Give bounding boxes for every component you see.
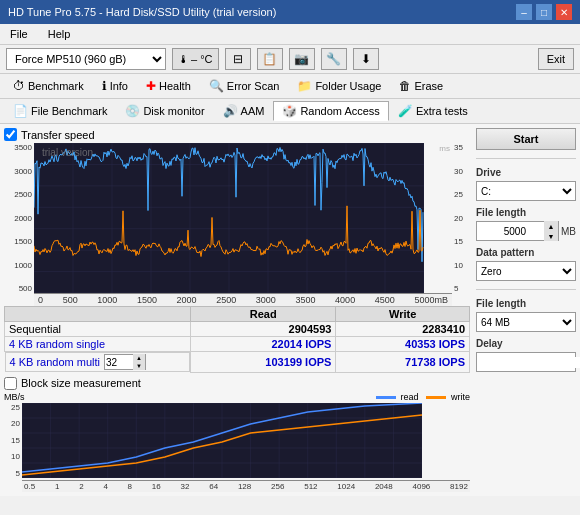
tab-benchmark[interactable]: ⏱ Benchmark bbox=[4, 76, 93, 96]
tab-error-scan[interactable]: 🔍 Error Scan bbox=[200, 76, 289, 96]
delay-section: Delay ▲ ▼ bbox=[476, 338, 576, 372]
chart-area: trial version ms bbox=[34, 143, 452, 293]
data-pattern-section: Data pattern Zero Random All ones bbox=[476, 247, 576, 281]
drive-label: Drive bbox=[476, 167, 576, 178]
mbs-label: MB/s bbox=[4, 392, 25, 402]
main-chart-canvas bbox=[34, 143, 424, 293]
block-chart-legend: MB/s read write bbox=[4, 392, 470, 402]
tab-folder-usage-label: Folder Usage bbox=[315, 80, 381, 92]
tab-erase[interactable]: 🗑 Erase bbox=[390, 76, 452, 96]
col-label bbox=[5, 307, 191, 322]
block-file-length-label: File length bbox=[476, 298, 576, 309]
seq-label: Sequential bbox=[5, 322, 191, 337]
transfer-speed-checkbox[interactable] bbox=[4, 128, 17, 141]
x-axis: 0 500 1000 1500 2000 2500 3000 3500 4000… bbox=[34, 293, 452, 306]
toolbar-btn-5[interactable]: ⬇ bbox=[353, 48, 379, 70]
minimize-button[interactable]: – bbox=[516, 4, 532, 20]
tab-info[interactable]: ℹ Info bbox=[93, 76, 137, 96]
file-length-up[interactable]: ▲ bbox=[544, 221, 558, 231]
y-axis-right: 35 30 25 20 15 10 5 bbox=[452, 143, 470, 293]
tab-extra-tests-label: Extra tests bbox=[416, 105, 468, 117]
multi-spinbox-input[interactable] bbox=[105, 357, 133, 368]
4kb-single-write: 40353 IOPS bbox=[336, 337, 470, 352]
tab-erase-label: Erase bbox=[414, 80, 443, 92]
tab-health-label: Health bbox=[159, 80, 191, 92]
maximize-button[interactable]: □ bbox=[536, 4, 552, 20]
stats-table: Read Write Sequential 2904593 2283410 4 … bbox=[4, 306, 470, 373]
disk-monitor-icon: 💿 bbox=[125, 104, 140, 118]
toolbar-btn-4[interactable]: 🔧 bbox=[321, 48, 347, 70]
block-y-axis: 25 20 15 10 5 bbox=[4, 403, 22, 478]
drive-select[interactable]: Force MP510 (960 gB) bbox=[6, 48, 166, 70]
table-row-sequential: Sequential 2904593 2283410 bbox=[5, 322, 470, 337]
col-write-header: Write bbox=[336, 307, 470, 322]
title-bar-controls: – □ ✕ bbox=[516, 4, 572, 20]
tab-random-access[interactable]: 🎲 Random Access bbox=[273, 101, 388, 121]
transfer-speed-checkbox-label[interactable]: Transfer speed bbox=[4, 128, 470, 141]
delay-input[interactable] bbox=[477, 357, 580, 368]
block-section: Block size measurement MB/s read write 2… bbox=[4, 377, 470, 492]
block-size-label: Block size measurement bbox=[21, 377, 141, 389]
right-panel: Start Drive C: File length ▲ ▼ MB bbox=[476, 128, 576, 492]
close-button[interactable]: ✕ bbox=[556, 4, 572, 20]
tab-extra-tests[interactable]: 🧪 Extra tests bbox=[389, 101, 477, 121]
divider-2 bbox=[476, 289, 576, 290]
block-chart-area-wrapper: 0.5 1 2 4 8 16 32 64 128 256 512 1024 20… bbox=[22, 403, 470, 492]
tab-aam-label: AAM bbox=[241, 105, 265, 117]
block-size-checkbox[interactable] bbox=[4, 377, 17, 390]
file-length-input[interactable] bbox=[477, 222, 544, 240]
block-chart-container: 25 20 15 10 5 0.5 1 2 4 8 16 32 bbox=[4, 403, 470, 492]
erase-icon: 🗑 bbox=[399, 79, 411, 93]
multi-spinbox[interactable]: ▲ ▼ bbox=[104, 354, 146, 370]
col-read-header: Read bbox=[191, 307, 336, 322]
tab-health[interactable]: ✚ Health bbox=[137, 76, 200, 96]
left-panel: Transfer speed 3500 3000 2500 2000 1500 … bbox=[4, 128, 470, 492]
random-access-icon: 🎲 bbox=[282, 104, 297, 118]
toolbar-btn-1[interactable]: ⊟ bbox=[225, 48, 251, 70]
file-length-down[interactable]: ▼ bbox=[544, 231, 558, 241]
y-axis-left: 3500 3000 2500 2000 1500 1000 500 bbox=[4, 143, 34, 293]
file-length-spinbox[interactable]: ▲ ▼ bbox=[476, 221, 559, 241]
file-length-unit: MB bbox=[561, 226, 576, 237]
file-benchmark-icon: 📄 bbox=[13, 104, 28, 118]
block-file-length-select[interactable]: 64 MB 128 MB 256 MB bbox=[476, 312, 576, 332]
menu-help[interactable]: Help bbox=[44, 26, 75, 42]
start-button[interactable]: Start bbox=[476, 128, 576, 150]
toolbar-btn-3[interactable]: 📷 bbox=[289, 48, 315, 70]
data-pattern-select[interactable]: Zero Random All ones bbox=[476, 261, 576, 281]
temp-value: – °C bbox=[191, 53, 213, 65]
spinbox-buttons: ▲ ▼ bbox=[133, 354, 145, 370]
toolbar-btn-2[interactable]: 📋 bbox=[257, 48, 283, 70]
divider-1 bbox=[476, 158, 576, 159]
write-legend-color bbox=[426, 396, 446, 399]
write-legend-label: write bbox=[451, 392, 470, 402]
extra-tests-icon: 🧪 bbox=[398, 104, 413, 118]
tab-aam[interactable]: 🔊 AAM bbox=[214, 101, 274, 121]
toolbar: Force MP510 (960 gB) 🌡 – °C ⊟ 📋 📷 🔧 ⬇ Ex… bbox=[0, 45, 580, 74]
thermometer-icon: 🌡 bbox=[178, 53, 189, 65]
delay-spinbox[interactable]: ▲ ▼ bbox=[476, 352, 576, 372]
tab-folder-usage[interactable]: 📁 Folder Usage bbox=[288, 76, 390, 96]
chart-container: 3500 3000 2500 2000 1500 1000 500 trial … bbox=[4, 143, 470, 306]
error-scan-icon: 🔍 bbox=[209, 79, 224, 93]
tab-row-1: ⏱ Benchmark ℹ Info ✚ Health 🔍 Error Scan… bbox=[0, 74, 580, 99]
tab-disk-monitor[interactable]: 💿 Disk monitor bbox=[116, 101, 213, 121]
spinbox-down[interactable]: ▼ bbox=[133, 362, 145, 370]
info-icon: ℹ bbox=[102, 79, 107, 93]
tab-info-label: Info bbox=[110, 80, 128, 92]
file-length-label: File length bbox=[476, 207, 576, 218]
read-legend-label: read bbox=[400, 392, 418, 402]
exit-button[interactable]: Exit bbox=[538, 48, 574, 70]
block-size-checkbox-label[interactable]: Block size measurement bbox=[4, 377, 470, 390]
menu-file[interactable]: File bbox=[6, 26, 32, 42]
4kb-multi-write: 71738 IOPS bbox=[336, 352, 470, 373]
ms-axis-label: ms bbox=[439, 144, 450, 153]
drive-value-select[interactable]: C: bbox=[476, 181, 576, 201]
tab-file-benchmark-label: File Benchmark bbox=[31, 105, 107, 117]
spinbox-up[interactable]: ▲ bbox=[133, 354, 145, 362]
seq-write: 2283410 bbox=[336, 322, 470, 337]
file-length-input-row: ▲ ▼ MB bbox=[476, 221, 576, 241]
seq-read: 2904593 bbox=[191, 322, 336, 337]
tab-file-benchmark[interactable]: 📄 File Benchmark bbox=[4, 101, 116, 121]
menu-bar: File Help bbox=[0, 24, 580, 45]
